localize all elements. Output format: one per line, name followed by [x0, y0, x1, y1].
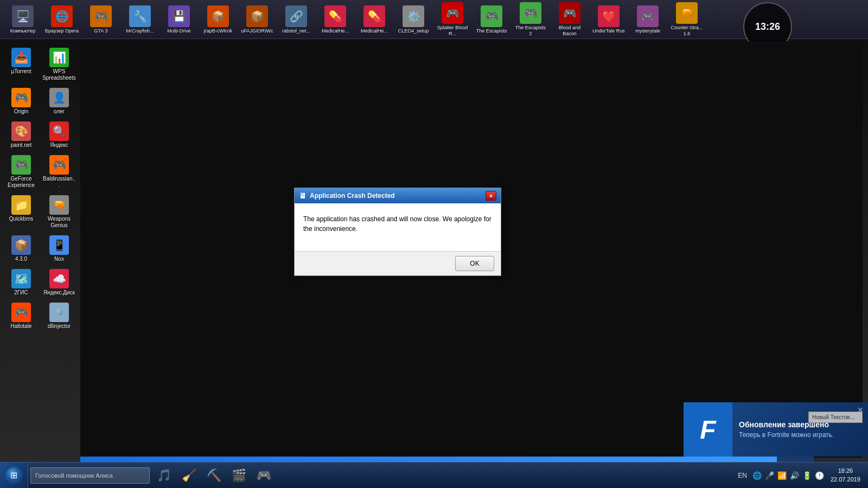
desktop-icon-label-paintnet: paint.net [11, 142, 31, 149]
desktop-icon-label-wps: WPS Spreadsheets [42, 68, 76, 81]
icon-row: 🎮Origin👤олег [2, 86, 78, 117]
desktop-icon-label-origin: Origin [14, 108, 29, 115]
top-icon-cleo4[interactable]: ⚙️CLEO4_setup [395, 3, 432, 36]
desktop-icon-img-hallotale: 🎮 [11, 303, 31, 322]
desktop-icon-baldi[interactable]: 🎮Baldirussian... [40, 153, 78, 191]
desktop-icon-label-yandex: Яндекс [50, 142, 68, 149]
desktop-icon-2gis[interactable]: 🗺️2ГИС [2, 267, 40, 298]
top-icon-label-gta3: GTA 3 [94, 28, 108, 34]
desktop-icon-yandex[interactable]: 🔍Яндекс [40, 119, 78, 151]
top-icon-img-cs16: 🔫 [676, 2, 698, 24]
top-icon-img-cleo4: ⚙️ [403, 5, 424, 27]
taskbar-apps: 🎵🧹⛏️🎬🎮 [152, 463, 276, 488]
systray-date: 22.07.2019 [831, 476, 860, 484]
top-icon-opera[interactable]: 🌐Браузер Opera [43, 3, 80, 36]
desktop-icon-img-wps: 📊 [49, 48, 69, 67]
desktop-icon-label-yadisk: Яндекс.Диск [43, 290, 75, 296]
fortnite-subtitle: Теперь в Fortnite можно играть. [739, 431, 834, 439]
top-icon-img-splatter: 🎮 [442, 2, 463, 24]
desktop-icon-img-2gis: 🗺️ [11, 269, 31, 288]
desktop-icon-utorrent[interactable]: 📥µTorrent [2, 46, 40, 84]
top-icon-escapists1[interactable]: 🎮The Escapists [473, 3, 510, 36]
top-icon-escapists2[interactable]: 🎮The Escapists 2 [512, 0, 549, 39]
progress-bar-container [80, 457, 814, 462]
dialog-ok-button[interactable]: OK [455, 256, 494, 271]
top-icon-ufaj[interactable]: 📦uFAJGIORIWc [239, 3, 276, 36]
top-icon-img-gta3: 🎮 [90, 5, 112, 27]
language-indicator: EN [736, 472, 749, 479]
top-icon-mrcrayfish[interactable]: 🔧MrCrayfish... [122, 3, 158, 36]
taskbar-app-music[interactable]: 🎵 [152, 464, 176, 487]
taskbar-app-tlauncher[interactable]: ⛏️ [202, 464, 226, 487]
taskbar-app-cleaner[interactable]: 🧹 [177, 464, 201, 487]
desktop-icon-img-baldi: 🎮 [49, 155, 69, 175]
start-button[interactable] [0, 463, 28, 489]
top-icon-img-multidrive: 💾 [168, 5, 190, 27]
top-icon-rabstol[interactable]: 🔗rabstol_net... [278, 3, 315, 36]
top-taskbar: 🖥️Компьютер🌐Браузер Opera🎮GTA 3🔧MrCrayfi… [0, 0, 868, 39]
top-icon-undertale[interactable]: ❤️UnderTale Rus [590, 3, 627, 36]
systray-time: 18:26 [838, 467, 853, 475]
desktop-icon-label-quickbms: Quickbms [9, 216, 33, 222]
top-icon-splatter[interactable]: 🎮Splatter Blood R... [434, 0, 471, 39]
fortnite-icon: F [684, 402, 732, 457]
dialog-title-icon: 🖥 [299, 191, 307, 200]
desktop-icon-label-baldi: Baldirussian... [42, 176, 76, 189]
desktop-icon-v430[interactable]: 📦4.3.0 [2, 233, 40, 265]
top-icon-mystery[interactable]: 🎮mysterytale [629, 3, 666, 36]
top-icon-medical2[interactable]: 💊MedicalHe... [356, 3, 393, 36]
mic-icon: 🎤 [765, 471, 774, 480]
top-icon-jrapb[interactable]: 📦jrapB-cWKnk [200, 3, 237, 36]
desktop-icon-dllinjector[interactable]: ⚙️dllinjector [40, 300, 78, 332]
top-icon-gta3[interactable]: 🎮GTA 3 [82, 3, 119, 36]
desktop-icon-wps[interactable]: 📊WPS Spreadsheets [40, 46, 78, 84]
taskbar-app-icon-cleaner: 🧹 [182, 468, 196, 483]
battery-icon: 🔋 [802, 471, 812, 480]
top-icon-img-mrcrayfish: 🔧 [129, 5, 151, 27]
dialog-close-button[interactable]: × [486, 191, 496, 201]
desktop-icon-origin[interactable]: 🎮Origin [2, 86, 40, 117]
desktop-icon-geforce[interactable]: 🎮GeForce Experience [2, 153, 40, 191]
systray-clock: 18:26 22.07.2019 [827, 467, 864, 484]
desktop-icon-label-utorrent: µTorrent [11, 68, 31, 75]
desktop-icon-weapons[interactable]: 🔫Weapons Genius [40, 193, 78, 231]
top-icon-label-multidrive: Multi-Drive [167, 28, 190, 34]
fortnite-notification: F Обновление завершено Теперь в Fortnite… [684, 402, 868, 457]
top-icon-img-rabstol: 🔗 [285, 5, 307, 27]
dialog-title-text: Application Crash Detected [310, 192, 486, 200]
top-icon-img-escapists2: 🎮 [520, 2, 541, 24]
top-icon-label-undertale: UnderTale Rus [592, 28, 625, 34]
taskbar-app-bandicam[interactable]: 🎬 [227, 464, 251, 487]
top-icon-img-medical2: 💊 [363, 5, 385, 27]
top-icon-img-jrapb: 📦 [207, 5, 229, 27]
desktop-icon-label-nox: Nox [54, 256, 64, 262]
desktop-icon-label-2gis: 2ГИС [14, 290, 28, 296]
top-icon-multidrive[interactable]: 💾Multi-Drive [161, 3, 197, 36]
desktop-icon-label-oleg: олег [54, 108, 65, 115]
dialog-titlebar: 🖥 Application Crash Detected × [295, 188, 501, 203]
desktop-icon-label-weapons: Weapons Genius [42, 216, 76, 229]
top-icon-bloodbacon[interactable]: 🎮Blood and Bacon [551, 0, 588, 39]
desktop-icon-quickbms[interactable]: 📁Quickbms [2, 193, 40, 231]
top-icon-label-computer: Компьютер [10, 28, 36, 34]
taskbar: Голосовой помощник Алиса 🎵🧹⛏️🎬🎮 EN 🌐 🎤 📶… [0, 462, 868, 488]
desktop-icon-paintnet[interactable]: 🎨paint.net [2, 119, 40, 151]
top-icon-label-bloodbacon: Blood and Bacon [552, 25, 587, 37]
desktop-icon-img-utorrent: 📥 [11, 48, 31, 67]
desktop-icon-img-paintnet: 🎨 [11, 121, 31, 141]
taskbar-app-icon-fortnite_tb: 🎮 [257, 468, 271, 483]
desktop-icon-nox[interactable]: 📱Nox [40, 233, 78, 265]
taskbar-app-fortnite_tb[interactable]: 🎮 [252, 464, 276, 487]
desktop-icon-hallotale[interactable]: 🎮Hallotale [2, 300, 40, 332]
taskbar-search[interactable]: Голосовой помощник Алиса [30, 467, 150, 484]
desktop-icon-img-geforce: 🎮 [11, 155, 31, 175]
desktop-icon-label-v430: 4.3.0 [15, 256, 27, 262]
top-icon-cs16[interactable]: 🔫Counter-Stra... 1.6 [668, 0, 705, 39]
desktop-icon-yadisk[interactable]: ☁️Яндекс.Диск [40, 267, 78, 298]
top-icon-label-jrapb: jrapB-cWKnk [204, 28, 233, 34]
top-icon-img-opera: 🌐 [51, 5, 73, 27]
top-icon-medical1[interactable]: 💊MedicalHe... [317, 3, 354, 36]
top-icon-computer[interactable]: 🖥️Компьютер [4, 3, 41, 36]
volume-icon: 🔊 [790, 471, 799, 480]
desktop-icon-oleg[interactable]: 👤олег [40, 86, 78, 117]
